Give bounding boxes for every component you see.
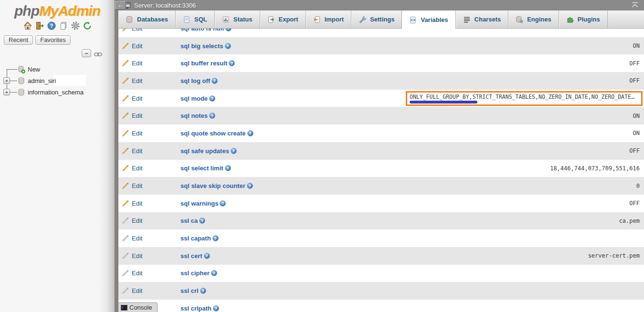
- help-icon[interactable]: ?: [209, 95, 215, 102]
- main-tab-bar: DatabasesSQLStatusExportImportSettings<>…: [118, 10, 644, 29]
- edit-label: Edit: [132, 42, 142, 50]
- table-row: Editsql slave skip counter?0: [118, 177, 644, 195]
- variable-value: OFF: [406, 147, 644, 154]
- tab-databases[interactable]: Databases: [118, 10, 176, 28]
- edit-link[interactable]: Edit: [121, 29, 142, 32]
- variable-name-cell: sql mode?: [180, 95, 406, 102]
- help-icon[interactable]: ?: [212, 235, 219, 241]
- action-cell: Edit: [118, 112, 180, 120]
- favorites-button[interactable]: Favorites: [35, 35, 70, 45]
- help-icon[interactable]: ?: [225, 29, 232, 31]
- variable-name: sql slave skip counter: [180, 182, 245, 189]
- pencil-icon: [121, 59, 129, 67]
- help-icon[interactable]: ?: [199, 218, 205, 224]
- tab-engines[interactable]: Engines: [508, 10, 559, 28]
- table-row: Editsql log off?OFF: [118, 72, 644, 90]
- edit-link[interactable]: Edit: [121, 77, 142, 85]
- help-icon[interactable]: ?: [229, 60, 235, 66]
- tree-item-label: New: [28, 66, 40, 73]
- sql-mode-highlight-box[interactable]: ONLY_FULL_GROUP_BY,STRICT_TRANS_TABLES,N…: [406, 91, 643, 106]
- expand-plus-icon[interactable]: +: [3, 89, 10, 95]
- help-icon[interactable]: ?: [220, 200, 226, 207]
- tab-sql[interactable]: SQL: [176, 10, 215, 28]
- help-icon[interactable]: ?: [47, 21, 56, 31]
- tab-charsets[interactable]: Charsets: [456, 10, 509, 28]
- tab-settings[interactable]: Settings: [351, 10, 402, 28]
- help-icon[interactable]: ?: [247, 130, 253, 136]
- help-icon[interactable]: ?: [211, 78, 218, 84]
- variable-value: OFF: [406, 60, 644, 67]
- link-with-main-icon[interactable]: [94, 51, 102, 56]
- variable-name-cell: ssl capath?: [180, 235, 406, 242]
- tab-label: Engines: [527, 16, 551, 23]
- help-icon[interactable]: ?: [213, 305, 219, 312]
- collapse-page-top-icon[interactable]: [631, 1, 639, 9]
- help-icon[interactable]: ?: [200, 288, 206, 294]
- variable-value: ON: [406, 113, 644, 119]
- logo-php-text: php: [14, 3, 39, 19]
- expand-plus-icon[interactable]: +: [3, 77, 10, 84]
- edit-link[interactable]: Edit: [121, 287, 142, 295]
- help-icon[interactable]: ?: [209, 113, 215, 119]
- tab-plugins[interactable]: Plugins: [559, 10, 608, 28]
- tab-variables[interactable]: <>Variables: [401, 10, 455, 29]
- collapse-sidebar-arrow[interactable]: ←: [115, 1, 126, 10]
- help-icon[interactable]: ?: [204, 253, 210, 259]
- gear-icon[interactable]: [71, 21, 80, 31]
- pencil-icon: [121, 77, 129, 85]
- logout-icon[interactable]: [35, 21, 44, 31]
- help-icon[interactable]: ?: [211, 270, 217, 276]
- tab-label: Databases: [137, 16, 168, 23]
- edit-link[interactable]: Edit: [121, 42, 142, 50]
- console-label: Console: [129, 304, 152, 311]
- console-button[interactable]: Console: [118, 302, 158, 312]
- help-icon[interactable]: ?: [247, 183, 253, 189]
- edit-link[interactable]: Edit: [121, 199, 142, 208]
- table-row: Editssl crlpath?: [118, 300, 644, 312]
- tree-item-admin-siri[interactable]: +admin_siri: [0, 75, 115, 86]
- help-icon[interactable]: ?: [225, 43, 231, 49]
- tree-item-information-schema[interactable]: +information_schema: [0, 86, 115, 98]
- action-cell: Edit: [118, 59, 180, 67]
- edit-label: Edit: [132, 200, 142, 207]
- edit-link[interactable]: Edit: [121, 94, 142, 103]
- edit-link[interactable]: Edit: [121, 129, 142, 137]
- tab-import[interactable]: Import: [306, 10, 351, 28]
- tab-export[interactable]: Export: [260, 10, 306, 28]
- server-breadcrumb-bar: Server: localhost:3306: [118, 0, 644, 10]
- sql-icon: [183, 16, 190, 23]
- help-icon[interactable]: ?: [225, 165, 231, 171]
- tab-status[interactable]: Status: [215, 10, 260, 28]
- sidebar-resizer[interactable]: [115, 0, 118, 312]
- variable-value: ONLY_FULL_GROUP_BY,STRICT_TRANS_TABLES,N…: [410, 94, 634, 100]
- edit-link[interactable]: Edit: [121, 59, 142, 67]
- tab-label: Export: [279, 16, 298, 23]
- docs-icon[interactable]: [59, 21, 68, 31]
- navigation-sidebar: phpMyAdmin ? Recent Favorites − New+admi…: [0, 0, 115, 312]
- variable-name: ssl ca: [180, 217, 198, 224]
- edit-link[interactable]: Edit: [121, 252, 142, 260]
- phpmyadmin-logo[interactable]: phpMyAdmin: [0, 3, 115, 19]
- edit-link[interactable]: Edit: [121, 182, 142, 190]
- edit-label: Edit: [132, 112, 142, 119]
- edit-link[interactable]: Edit: [121, 217, 142, 225]
- collapse-all-button[interactable]: −: [82, 49, 91, 57]
- refresh-icon[interactable]: [83, 21, 92, 31]
- home-icon[interactable]: [23, 21, 32, 31]
- variable-name-cell: ssl crl?: [180, 287, 406, 294]
- edit-link[interactable]: Edit: [121, 269, 142, 277]
- import-icon: [313, 16, 321, 23]
- variable-value: OFF: [406, 77, 644, 84]
- help-icon[interactable]: ?: [231, 148, 237, 154]
- recent-button[interactable]: Recent: [4, 35, 33, 45]
- edit-label: Edit: [132, 165, 142, 172]
- tree-controls: −: [0, 49, 102, 57]
- variable-name: sql warnings: [180, 200, 218, 207]
- edit-link[interactable]: Edit: [121, 234, 142, 242]
- edit-link[interactable]: Edit: [121, 112, 142, 120]
- tree-item-new[interactable]: New: [0, 63, 115, 75]
- edit-link[interactable]: Edit: [121, 147, 142, 155]
- action-cell: Edit: [118, 287, 180, 295]
- edit-link[interactable]: Edit: [121, 164, 142, 172]
- console-icon: [121, 305, 127, 311]
